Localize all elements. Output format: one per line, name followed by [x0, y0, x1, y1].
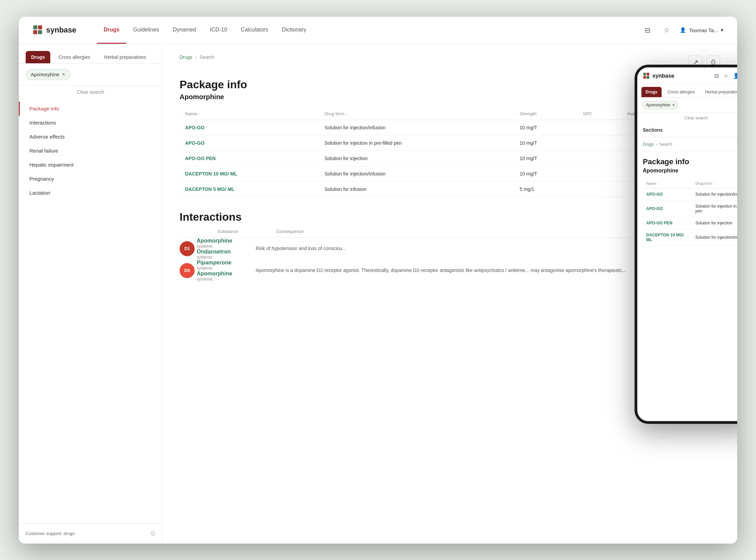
- drug-spc-cell: [577, 181, 622, 197]
- mobile-breadcrumb-parent[interactable]: Drugs: [643, 142, 654, 147]
- mobile-drug-name-cell[interactable]: APO-GO: [643, 188, 692, 200]
- mobile-col-name[interactable]: Name ↕: [643, 179, 692, 188]
- drug-spc-cell: [577, 151, 622, 166]
- mobile-user-icon[interactable]: 👤: [733, 73, 737, 79]
- nav-drugs[interactable]: Drugs: [97, 17, 126, 44]
- sidebar-nav-pregnancy[interactable]: Pregnancy: [19, 172, 162, 186]
- mobile-table-row[interactable]: APO-GO Solution for injection in ... pen: [643, 200, 737, 217]
- col-name[interactable]: Name ↕: [180, 108, 319, 120]
- svg-rect-0: [33, 25, 37, 29]
- star-icon[interactable]: ☆: [661, 24, 673, 36]
- nav-calculators[interactable]: Calculators: [234, 17, 275, 44]
- drug-form-cell: Solution for injection/infusion: [319, 120, 514, 135]
- mobile-drug-name: Apomorphine: [643, 168, 737, 174]
- sidebar-tab-herbal[interactable]: Herbal preparations: [99, 51, 152, 63]
- drug-name-cell[interactable]: APO-GO PEN: [180, 151, 319, 166]
- user-area[interactable]: 👤 Toomas Ta... ▾: [680, 27, 724, 33]
- sidebar-nav-hepatic-impairment[interactable]: Hepatic impairment: [19, 158, 162, 172]
- search-tag-close[interactable]: ×: [62, 71, 65, 78]
- nav-icd10[interactable]: ICD-10: [203, 17, 234, 44]
- mobile-breadcrumb: Drugs › Search ⋮: [637, 137, 737, 152]
- col-spc: SPC: [577, 108, 622, 120]
- drug-spc-cell: [577, 166, 622, 181]
- nav-dictionary[interactable]: Dictionary: [275, 17, 313, 44]
- content-wrapper: Drugs › Search ↗ ⎙ Package info Apomorph…: [162, 44, 737, 544]
- mobile-tab-drugs[interactable]: Drugs: [641, 87, 662, 97]
- mobile-sections-row: Sections ▾: [637, 123, 737, 137]
- nav-links: Drugs Guidelines Dynamed ICD-10 Calculat…: [97, 17, 641, 44]
- sidebar-tab-drugs[interactable]: Drugs: [26, 51, 50, 63]
- mobile-filter-icon[interactable]: ⊟: [714, 73, 719, 79]
- drug-b-name[interactable]: Ondansetron: [197, 249, 256, 255]
- col-strength: Strength: [514, 108, 577, 120]
- drug-strength-cell: 10 mg/T: [514, 135, 577, 151]
- sidebar-nav-renal-failure[interactable]: Renal failure: [19, 144, 162, 158]
- mobile-col-form[interactable]: Drug form ↕: [692, 179, 737, 188]
- mobile-drug-table: Name ↕ Drug form ↕ APO-GO Solution for i…: [643, 179, 737, 246]
- mobile-drug-form-cell: Solution for injection/inf...: [692, 188, 737, 200]
- nav-guidelines[interactable]: Guidelines: [126, 17, 166, 44]
- mobile-search-tag-text: Apomorphine: [646, 103, 670, 107]
- sidebar: Drugs Cross allergies Herbal preparation…: [19, 44, 162, 544]
- svg-rect-6: [643, 76, 646, 79]
- badge-cell: D0: [180, 260, 197, 282]
- svg-rect-2: [33, 30, 37, 34]
- svg-rect-4: [643, 73, 646, 75]
- nav-right: ⊟ ☆ 👤 Toomas Ta... ▾: [641, 24, 724, 36]
- drug-form-cell: Solution for infusion: [319, 181, 514, 197]
- sidebar-nav: Package info Interactions Adverse effect…: [19, 98, 162, 523]
- mobile-table-row[interactable]: APO-GO PEN Solution for injection: [643, 217, 737, 229]
- mobile-table-row[interactable]: APO-GO Solution for injection/inf...: [643, 188, 737, 200]
- sidebar-tab-cross-allergies[interactable]: Cross allergies: [53, 51, 96, 63]
- breadcrumb-separator: ›: [195, 54, 197, 60]
- svg-rect-7: [647, 76, 649, 79]
- mobile-tabs: Drugs Cross allergies Herbal preparation…: [637, 83, 737, 97]
- mobile-search-tag[interactable]: Apomorphine ×: [642, 101, 678, 109]
- filter-icon[interactable]: ⊟: [641, 24, 654, 36]
- breadcrumb-current: Search: [199, 54, 214, 60]
- svg-rect-1: [38, 25, 42, 29]
- sidebar-nav-adverse-effects[interactable]: Adverse effects: [19, 130, 162, 144]
- logo[interactable]: synbase: [32, 25, 76, 36]
- drug-b-sub: systemic: [197, 277, 256, 282]
- col-form[interactable]: Drug form ↕: [319, 108, 514, 120]
- mobile-clear-search[interactable]: Clear search: [637, 113, 737, 123]
- sidebar-nav-package-info[interactable]: Package info: [19, 102, 162, 116]
- mobile-logo-text: synbase: [652, 73, 674, 79]
- mobile-star-icon[interactable]: ☆: [724, 73, 728, 79]
- nav-dynamed[interactable]: Dynamed: [166, 17, 203, 44]
- breadcrumb-parent[interactable]: Drugs: [180, 54, 192, 60]
- sidebar-nav-lactation[interactable]: Lactation: [19, 186, 162, 200]
- mobile-drug-name-cell[interactable]: DACEPTON 10 MG/ ML: [643, 229, 692, 246]
- search-tag[interactable]: Apomorphine ×: [26, 69, 70, 80]
- drug-spc-cell: [577, 135, 622, 151]
- mobile-drug-name-cell[interactable]: APO-GO PEN: [643, 217, 692, 229]
- drug-a-name[interactable]: Apomorphine: [197, 238, 256, 244]
- mobile-table-row[interactable]: DACEPTON 10 MG/ ML Solution for injectio…: [643, 229, 737, 246]
- clear-search-button[interactable]: Clear search: [19, 86, 162, 98]
- mobile-tab-herbal[interactable]: Herbal preparations: [701, 87, 737, 97]
- mobile-search: Apomorphine ×: [637, 97, 737, 113]
- mobile-drug-form-cell: Solution for injection: [692, 217, 737, 229]
- mobile-tab-cross-allergies[interactable]: Cross allergies: [664, 87, 699, 97]
- drug-name-cell[interactable]: DACEPTON 5 MG/ ML: [180, 181, 319, 197]
- badge-cell: D1: [180, 237, 197, 260]
- mobile-drug-name-cell[interactable]: APO-GO: [643, 200, 692, 217]
- mobile-search-tag-close[interactable]: ×: [672, 103, 675, 107]
- drug-a-sub: systemic: [197, 244, 256, 249]
- drug-b-name[interactable]: Apomorphine: [197, 271, 256, 277]
- drug-name-cell[interactable]: APO-GO: [180, 135, 319, 151]
- mobile-overlay: synbase ⊟ ☆ 👤 ☰ Drugs Cross allergies He…: [635, 65, 737, 424]
- mobile-logo: synbase: [643, 72, 674, 80]
- help-icon[interactable]: ⓘ: [151, 531, 155, 537]
- drug-a-name[interactable]: Pipamperone: [197, 260, 256, 266]
- drug-name-cell[interactable]: DACEPTON 10 MG/ ML: [180, 166, 319, 181]
- drug-form-cell: Solution for injection: [319, 151, 514, 166]
- drug-name-cell[interactable]: APO-GO: [180, 120, 319, 135]
- mobile-nav-icons: ⊟ ☆ 👤 ☰: [714, 73, 737, 79]
- top-navigation: synbase Drugs Guidelines Dynamed ICD-10 …: [19, 17, 737, 44]
- sidebar-nav-interactions[interactable]: Interactions: [19, 116, 162, 130]
- sidebar-footer: Customer support: drugs ⓘ: [19, 523, 162, 544]
- drug-b-sub: systemic: [197, 255, 256, 260]
- sidebar-search: Apomorphine ×: [19, 64, 162, 86]
